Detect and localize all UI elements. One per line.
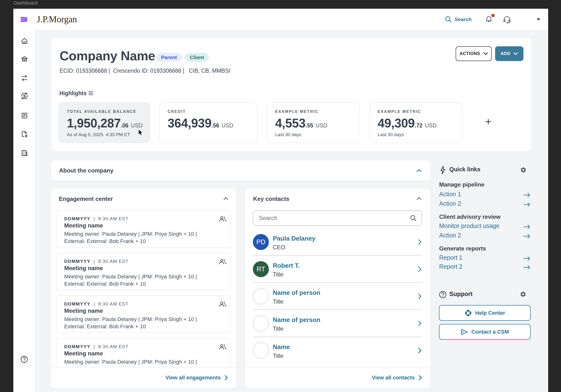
svg-text:$: $ xyxy=(23,94,26,98)
